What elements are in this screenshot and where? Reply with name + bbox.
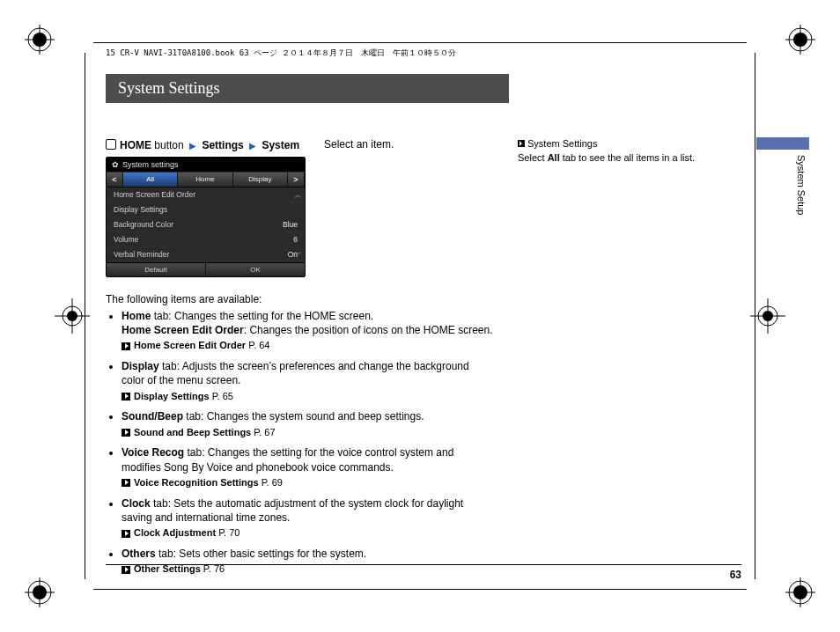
device-row[interactable]: Background ColorBlue [107,217,305,232]
device-title: System settings [122,160,179,169]
callout-heading-text: System Settings [527,138,597,149]
device-ok-button[interactable]: OK [206,263,305,276]
callout-bold: All [548,152,560,163]
device-tab-prev[interactable]: < [107,173,123,187]
crop-line-bottom [93,589,747,590]
page-rule [106,564,741,565]
breadcrumb: HOME button ▶ Settings ▶ System [106,138,493,151]
item-lead: Home [122,310,151,322]
xref-icon [122,342,130,350]
device-row-label: Volume [114,235,138,244]
xref-title: Voice Recognition Settings [134,477,259,488]
device-row-label: Verbal Reminder [114,250,169,259]
gear-icon: ✿ [112,160,119,169]
xref-icon [122,479,130,487]
instruction-text: Select an item. [324,138,394,151]
registration-mark-bl [25,577,55,607]
item-lead: Display [122,360,159,372]
list-item: Home tab: Changes the setting for the HO… [122,309,493,352]
device-scroll-indicator: ︽︾ [292,189,303,261]
cross-reference: Sound and Beep Settings P. 67 [122,426,493,439]
item-text: tab: Adjusts the screen’s preferences an… [122,360,469,386]
device-tab-home[interactable]: Home [178,173,232,187]
device-tabs: < All Home Display > [107,173,305,187]
item-sub-text: : Changes the position of icons on the H… [244,324,493,336]
cross-reference: Home Screen Edit Order P. 64 [122,339,493,352]
list-item: Others tab: Sets other basic settings fo… [122,547,493,576]
device-tab-next[interactable]: > [288,173,305,187]
xref-page: P. 64 [248,340,269,350]
xref-title: Home Screen Edit Order [134,340,246,350]
xref-icon [122,429,130,437]
item-text: tab: Sets other basic settings for the s… [156,547,366,560]
breadcrumb-home: HOME [120,139,151,151]
breadcrumb-system: System [262,139,299,151]
item-sub-lead: Home Screen Edit Order [122,324,244,336]
device-default-button[interactable]: Default [107,263,206,276]
crop-line-top [93,42,747,43]
item-lead: Voice Recog [122,446,184,459]
document-header: 15 CR-V NAVI-31T0A8100.book 63 ページ ２０１４年… [106,48,456,59]
device-row[interactable]: Verbal ReminderOn [107,247,305,262]
item-text: tab: Sets the automatic adjustment of th… [122,497,463,524]
xref-page: P. 69 [262,477,283,488]
xref-title: Display Settings [134,391,210,401]
items-list: Home tab: Changes the setting for the HO… [106,309,493,576]
cross-reference: Display Settings P. 65 [122,390,493,403]
xref-icon [122,530,130,538]
chevron-down-icon: ︾ [294,249,302,261]
home-button-icon [106,139,116,150]
device-tab-display[interactable]: Display [233,173,288,187]
cross-reference: Voice Recognition Settings P. 69 [122,476,493,489]
callout-text: tab to see the all items in a list. [560,152,695,163]
xref-title: Clock Adjustment [134,527,216,538]
device-row-label: Home Screen Edit Order [114,190,195,199]
breadcrumb-arrow-icon: ▶ [249,141,256,151]
cross-reference: Clock Adjustment P. 70 [122,526,493,540]
items-intro: The following items are available: [106,293,493,305]
page-content: System Settings HOME button ▶ Settings ▶… [106,74,748,579]
device-body: Home Screen Edit Order Display Settings … [107,187,305,262]
breadcrumb-settings: Settings [202,139,243,151]
xref-icon [122,566,130,574]
side-mark-right [750,298,785,334]
callout-body: Select All tab to see the all items in a… [518,152,748,163]
xref-title: Sound and Beep Settings [134,427,251,437]
chevron-up-icon: ︽ [294,189,302,201]
xref-page: P. 67 [254,427,275,437]
left-column: HOME button ▶ Settings ▶ System Select a… [106,138,493,583]
section-tab-bar [756,137,809,150]
list-item: Clock tab: Sets the automatic adjustment… [122,496,493,540]
item-lead: Clock [122,497,151,510]
breadcrumb-button-word: button [154,139,183,151]
callout-icon [518,140,525,147]
xref-icon [122,393,130,401]
list-item: Voice Recog tab: Changes the setting for… [122,445,493,489]
page-title: System Settings [106,74,509,103]
right-column: System Settings Select All tab to see th… [518,138,748,163]
side-mark-left [55,298,90,334]
device-row[interactable]: Display Settings [107,202,305,217]
page-number: 63 [730,569,741,581]
xref-page: P. 70 [218,527,239,538]
list-item: Sound/Beep tab: Changes the system sound… [122,409,493,438]
section-tab-label: System Setup [796,155,807,215]
device-title-bar: ✿ System settings [107,158,305,173]
device-tab-all[interactable]: All [123,173,178,187]
registration-mark-br [785,577,815,607]
breadcrumb-arrow-icon: ▶ [189,141,196,151]
xref-page: P. 65 [212,391,233,401]
device-row[interactable]: Home Screen Edit Order [107,187,305,202]
device-row-label: Display Settings [114,205,167,214]
section-tab: System Setup [756,137,809,215]
callout-text: Select [518,152,548,163]
item-lead: Sound/Beep [122,410,183,423]
item-text: tab: Changes the setting for the HOME sc… [151,310,373,322]
device-row[interactable]: Volume6 [107,232,305,247]
item-text: tab: Changes the system sound and beep s… [183,410,424,423]
device-row-label: Background Color [114,220,173,229]
registration-mark-tr [785,25,815,55]
device-screenshot: ✿ System settings < All Home Display > H… [106,157,306,277]
callout-heading: System Settings [518,138,748,149]
list-item: Display tab: Adjusts the screen’s prefer… [122,359,493,402]
